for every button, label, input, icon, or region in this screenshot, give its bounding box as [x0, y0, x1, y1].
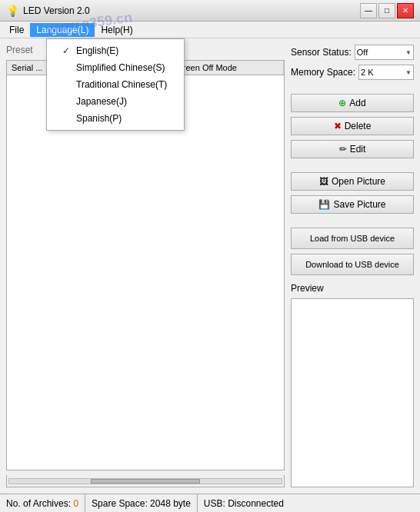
delete-label: Delete: [345, 121, 372, 131]
open-picture-label: Open Picture: [332, 176, 385, 187]
scrollbar-track: [8, 478, 282, 484]
preview-box: [291, 298, 414, 487]
spare-space-status: Spare Space: 2048 byte: [85, 494, 198, 512]
title-text: LED Version 2.0: [23, 5, 360, 16]
minimize-button[interactable]: —: [360, 3, 377, 18]
lang-english-label: English(E): [76, 45, 118, 56]
lang-simplified-chinese[interactable]: Simplified Chinese(S): [47, 59, 184, 76]
preset-label: Preset: [6, 45, 33, 55]
menu-language[interactable]: Language(L): [30, 23, 95, 37]
save-picture-icon: 💾: [318, 199, 330, 210]
separator-1: [291, 85, 414, 89]
window-controls: — □ ✕: [360, 3, 414, 18]
status-bar: No. of Archives: 0 Spare Space: 2048 byt…: [0, 494, 420, 512]
lang-japanese-label: Japanese(J): [76, 96, 127, 107]
maximize-button[interactable]: □: [378, 3, 395, 18]
add-icon: ⊕: [338, 98, 346, 108]
save-picture-button[interactable]: 💾 Save Picture: [291, 195, 414, 214]
sensor-dropdown[interactable]: Off ▼: [355, 45, 414, 60]
spare-space-value: Spare Space: 2048 byte: [92, 498, 191, 509]
usb-value: USB: Disconnected: [204, 498, 284, 509]
col-screen-off: Screen Off Mode: [168, 61, 284, 75]
lang-traditional-chinese[interactable]: Traditional Chinese(T): [47, 76, 184, 93]
menu-help[interactable]: Help(H): [95, 23, 138, 37]
edit-button[interactable]: ✏ Edit: [291, 140, 414, 158]
lang-traditional-label: Traditional Chinese(T): [76, 79, 167, 90]
delete-button[interactable]: ✖ Delete: [291, 117, 414, 135]
open-picture-button[interactable]: 🖼 Open Picture: [291, 172, 414, 191]
lang-english[interactable]: ✓ English(E): [47, 42, 184, 59]
open-picture-icon: 🖼: [319, 176, 328, 187]
sensor-arrow-icon: ▼: [405, 49, 412, 56]
check-traditional: [62, 79, 72, 90]
separator-2: [291, 163, 414, 168]
memory-value: 2 K: [361, 68, 374, 77]
download-usb-button[interactable]: Download to USB device: [291, 254, 414, 275]
check-simplified: [62, 62, 72, 73]
preview-label: Preview: [291, 283, 414, 294]
memory-label: Memory Space:: [291, 67, 355, 78]
load-usb-button[interactable]: Load from USB device: [291, 228, 414, 249]
archives-count: 0: [71, 498, 78, 509]
check-spanish: [62, 113, 72, 124]
lang-spanish[interactable]: Spanish(P): [47, 110, 184, 127]
delete-icon: ✖: [334, 121, 342, 131]
lang-simplified-label: Simplified Chinese(S): [76, 62, 165, 73]
horizontal-scrollbar[interactable]: [6, 475, 285, 487]
edit-icon: ✏: [339, 144, 347, 155]
separator-3: [291, 218, 414, 223]
add-label: Add: [349, 98, 365, 108]
memory-arrow-icon: ▼: [405, 69, 412, 76]
sensor-row: Sensor Status: Off ▼: [291, 45, 414, 60]
lang-japanese[interactable]: Japanese(J): [47, 93, 184, 110]
load-usb-label: Load from USB device: [310, 234, 395, 243]
check-japanese: [62, 96, 72, 107]
language-dropdown: ✓ English(E) Simplified Chinese(S) Tradi…: [46, 38, 185, 131]
sensor-value: Off: [357, 48, 368, 57]
close-button[interactable]: ✕: [397, 3, 414, 18]
edit-label: Edit: [350, 144, 366, 155]
menu-file[interactable]: File: [3, 23, 30, 37]
usb-status: USB: Disconnected: [198, 494, 290, 512]
scrollbar-thumb[interactable]: [91, 479, 200, 484]
app-icon: 💡: [6, 5, 18, 17]
menu-bar: File Language(L) Help(H): [0, 22, 420, 38]
add-button[interactable]: ⊕ Add: [291, 94, 414, 112]
check-english: ✓: [62, 45, 72, 56]
save-picture-label: Save Picture: [333, 199, 385, 210]
sensor-label: Sensor Status:: [291, 47, 352, 58]
archives-status: No. of Archives: 0: [0, 494, 85, 512]
download-usb-label: Download to USB device: [305, 260, 399, 269]
memory-dropdown[interactable]: 2 K ▼: [358, 65, 414, 80]
memory-row: Memory Space: 2 K ▼: [291, 65, 414, 80]
title-bar: 💡 LED Version 2.0 — □ ✕: [0, 0, 420, 22]
right-panel: Sensor Status: Off ▼ Memory Space: 2 K ▼…: [291, 45, 414, 487]
lang-spanish-label: Spanish(P): [76, 113, 122, 124]
